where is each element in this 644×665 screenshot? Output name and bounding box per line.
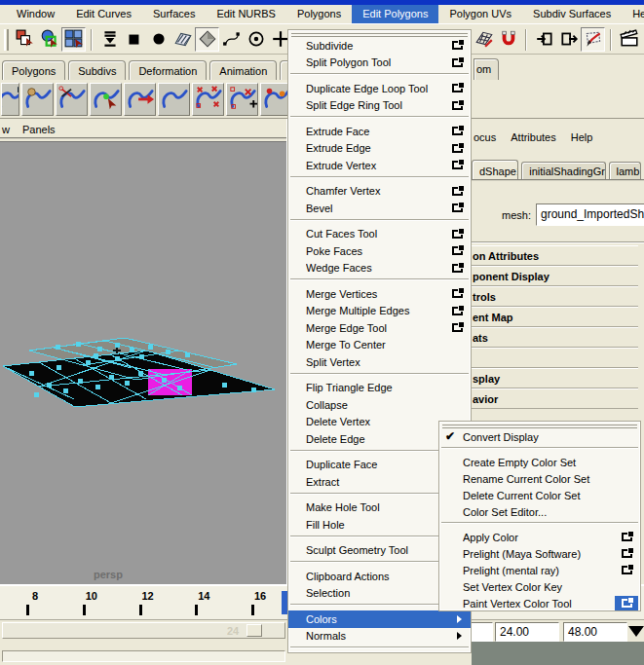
menubar-item-subdiv-surfaces[interactable]: Subdiv Surfaces [522,5,622,23]
shelf-tab-deformation[interactable]: Deformation [129,60,207,80]
menu-item-merge-multiple-edges[interactable]: Merge Multiple Edges [288,303,471,320]
option-box-cell[interactable] [445,38,469,54]
shelf-tab-animation[interactable]: Animation [209,60,277,80]
shelf-tab-polygons[interactable]: Polygons [2,60,65,80]
playback-start-field[interactable]: 24.00 [495,622,559,642]
curve-select-button[interactable] [90,83,122,116]
option-box-cell[interactable] [445,286,469,302]
attribute-section-ent-map[interactable]: ent Map [471,307,638,327]
curve-grab-button[interactable] [21,83,54,116]
menu-item-extrude-vertex[interactable]: Extrude Vertex [288,157,471,174]
menu-item-create-empty-color-set[interactable]: Create Empty Color Set [439,454,640,470]
option-box-cell[interactable] [445,81,469,96]
menu-item-prelight-mental-ray[interactable]: Prelight (mental ray) [439,562,640,578]
attribute-section-ats[interactable]: ats [471,327,638,348]
option-box-cell[interactable] [445,303,469,318]
menu-item-collapse[interactable]: Collapse [288,396,471,414]
menu-item-duplicate-edge-loop-tool[interactable]: Duplicate Edge Loop Tool [288,80,471,97]
menubar-item-edit-curves[interactable]: Edit Curves [65,5,142,23]
shelf-tab-custom-fragment[interactable]: om [474,58,499,80]
menu-item-paint-vertex-color-tool[interactable]: Paint Vertex Color Tool [439,595,640,611]
range-slider-handle[interactable] [246,624,262,637]
menubar-item-edit-polygons[interactable]: Edit Polygons [352,5,438,23]
menu-item-colors[interactable]: Colors [288,610,471,628]
menubar-item-polygon-uvs[interactable]: Polygon UVs [438,5,522,23]
toolbar-drag-handle[interactable] [4,29,9,51]
diamond-button[interactable] [195,27,219,52]
menu-item-extrude-edge[interactable]: Extrude Edge [288,140,471,158]
hatched-plane-button[interactable] [170,27,195,52]
curve-arrow-button[interactable] [124,83,156,116]
option-box-cell[interactable] [445,183,469,199]
import-box-button[interactable] [532,27,556,52]
attribute-section-blank-5[interactable] [471,348,638,368]
circled-dot-button[interactable] [244,27,268,52]
menu-item-split-polygon-tool[interactable]: Split Polygon Tool [288,55,471,72]
menu-item-merge-to-center[interactable]: Merge To Center [288,337,471,354]
menu-item-poke-faces[interactable]: Poke Faces [288,242,471,260]
component-grid-button[interactable] [61,27,86,52]
viewport-menu-panels[interactable]: Panels [22,124,56,135]
menu-item-chamfer-vertex[interactable]: Chamfer Vertex [288,183,471,201]
menu-item-delete-current-color-set[interactable]: Delete Current Color Set [439,487,640,503]
curve-xmarks-button[interactable] [192,83,224,116]
menu-item-split-edge-ring-tool[interactable]: Split Edge Ring Tool [288,97,471,115]
curve-scissors-button[interactable] [56,83,88,116]
menu-item-merge-vertices[interactable]: Merge Vertices [288,285,471,303]
menu-tearoff-handle[interactable] [439,422,640,428]
attribute-section-on-attributes[interactable]: on Attributes [471,245,638,266]
menu-item-apply-color[interactable]: Apply Color [439,529,640,545]
curve-xplus-button[interactable] [226,83,258,116]
option-box-cell[interactable] [615,530,638,545]
clapperboard-button[interactable] [617,27,641,52]
menubar-item-help[interactable]: Help [622,5,644,23]
menubar-item-polygons[interactable]: Polygons [286,5,352,23]
attribute-section-trols[interactable]: trols [471,286,638,307]
menu-item-wedge-faces[interactable]: Wedge Faces [288,260,471,277]
attribute-section-ponent-display[interactable]: ponent Display [471,266,638,286]
timeline-options-dropdown-icon[interactable] [628,626,644,637]
option-box-cell[interactable] [445,226,469,241]
magnet-button[interactable] [496,27,520,52]
ae-menu-attributes[interactable]: Attributes [511,131,555,143]
menubar-item-surfaces[interactable]: Surfaces [142,5,206,23]
ae-menu-ocus[interactable]: ocus [474,131,496,143]
option-box-cell[interactable] [445,158,469,173]
option-box-cell[interactable] [445,260,469,276]
mesh-name-field[interactable]: ground_ImportedShape [536,203,644,226]
menu-item-bevel[interactable]: Bevel [288,200,471,217]
menubar-item-window[interactable]: Window [6,5,65,23]
paint-select-button[interactable] [581,27,605,52]
menu-item-flip-triangle-edge[interactable]: Flip Triangle Edge [288,380,471,397]
menu-item-extrude-face[interactable]: Extrude Face [288,123,471,140]
shelf-tab-subdivs[interactable]: Subdivs [68,60,126,80]
menubar-item-edit-nurbs[interactable]: Edit NURBS [206,5,286,23]
export-box-button[interactable] [556,27,581,52]
command-line-field[interactable] [2,650,285,662]
menu-item-normals[interactable]: Normals [288,628,471,646]
circle-button[interactable] [146,27,170,52]
menu-item-rename-current-color-set[interactable]: Rename Current Color Set [439,470,640,487]
option-box-cell[interactable] [615,563,638,578]
option-box-cell[interactable] [445,97,469,113]
menu-item-convert-display[interactable]: ✔Convert Display [439,428,640,445]
menu-item-set-vertex-color-key[interactable]: Set Vertex Color Key [439,578,640,595]
ae-tab-initialshadinggroup[interactable]: initialShadingGroup [521,162,605,179]
curve-plain-button[interactable] [158,83,190,116]
option-box-cell[interactable] [615,546,638,562]
attribute-section-splay[interactable]: splay [471,368,638,388]
option-box-cell[interactable] [445,124,469,139]
playback-end-field[interactable]: 48.00 [563,622,627,642]
menu-item-cut-faces-tool[interactable]: Cut Faces Tool [288,226,471,243]
viewport-menu-fragment[interactable]: w [2,124,10,135]
range-start-field-partial[interactable] [470,622,493,642]
lasso-net-button[interactable] [472,27,496,52]
option-box-cell[interactable] [445,320,469,336]
option-box-cell[interactable] [445,55,469,70]
menu-item-split-vertex[interactable]: Split Vertex [288,353,471,371]
attribute-section-avior[interactable]: avior [471,388,638,409]
option-box-cell[interactable] [445,201,469,216]
ae-tab-lamb[interactable]: lamb [609,162,641,179]
menu-item-prelight-maya-software[interactable]: Prelight (Maya Software) [439,545,640,562]
curve-point-button[interactable] [219,27,244,52]
